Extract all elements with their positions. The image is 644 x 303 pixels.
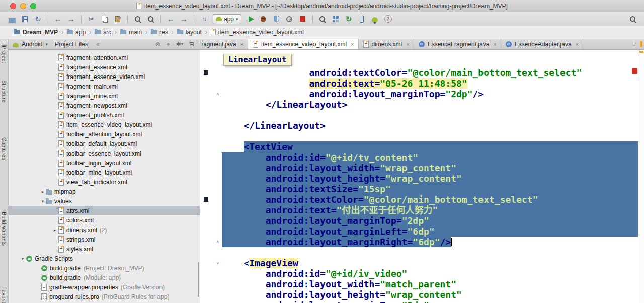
fold-marker-icon[interactable]: ∨ <box>215 260 221 266</box>
tree-item[interactable]: fragment_essence_video.xml <box>9 72 200 82</box>
panel-scrollbar[interactable] <box>198 262 199 297</box>
code-line[interactable]: <TextView <box>222 141 638 152</box>
fold-marker-icon[interactable]: ∧ <box>215 91 221 97</box>
breadcrumb-item[interactable]: main <box>119 29 143 36</box>
project-structure-icon[interactable] <box>330 14 342 25</box>
tool-window-button-captures[interactable]: Captures <box>1 137 7 160</box>
tool-window-button-favorites[interactable]: Favorites <box>1 286 7 303</box>
close-window-button[interactable] <box>10 3 16 9</box>
hide-panel-icon[interactable]: ⊟ <box>188 41 196 48</box>
cut-icon[interactable]: ✂ <box>86 14 97 25</box>
zoom-window-button[interactable] <box>30 3 36 9</box>
editor-tab[interactable]: item_essence_video_layout.xml× <box>248 39 359 49</box>
collapse-all-icon[interactable]: « <box>96 41 100 48</box>
code-line[interactable]: </LinearLayout> <box>222 99 638 110</box>
settings-gear-icon[interactable]: ✱▾ <box>175 41 185 48</box>
fold-marker-icon[interactable]: ∧ <box>215 239 221 245</box>
code-line[interactable]: android:id="@+id/iv_video" <box>222 268 638 279</box>
help-icon[interactable]: ? <box>382 14 394 25</box>
tree-item[interactable]: styles.xml <box>9 244 200 254</box>
code-line[interactable]: android:layout_height="wrap_content" <box>222 173 638 184</box>
breadcrumb-item[interactable]: layout <box>176 29 203 36</box>
minimize-window-button[interactable] <box>20 3 26 9</box>
run-config-selector[interactable]: app▾ <box>213 14 242 24</box>
tree-item[interactable]: ▸dimens.xml(2) <box>9 225 200 235</box>
editor-tab[interactable]: CEssenceFragment.java× <box>414 39 501 49</box>
tree-item[interactable]: colors.xml <box>9 215 200 225</box>
nav-forward-icon[interactable]: → <box>178 14 190 25</box>
search-everywhere-icon[interactable] <box>629 15 637 23</box>
breadcrumb-item[interactable]: app <box>66 29 87 36</box>
code-line[interactable]: android:layout_marginTop="2dp" <box>222 300 638 303</box>
tree-item[interactable]: fragment_essence.xml <box>9 62 200 72</box>
code-line[interactable]: android:layout_width="wrap_content" <box>222 163 638 173</box>
code-line[interactable]: </LinearLayout> <box>222 120 638 131</box>
close-tab-icon[interactable]: × <box>576 41 579 47</box>
tree-item[interactable]: build.gradle(Project: Dream_MVP) <box>9 263 200 273</box>
close-tab-icon[interactable]: × <box>493 41 496 47</box>
tool-window-button-project[interactable]: Project <box>1 46 7 63</box>
gradle-sync-icon[interactable]: ↻ <box>343 14 355 25</box>
project-view-selector[interactable]: Android <box>22 41 42 48</box>
sync-icon[interactable]: ↻ <box>32 14 44 25</box>
editor-tab[interactable]: CFragment.java× <box>200 39 248 49</box>
tree-item[interactable]: fragment_attention.xml <box>9 53 200 62</box>
tree-item[interactable]: toolbar_mine_layout.xml <box>9 168 200 177</box>
tree-item[interactable]: strings.xml <box>9 235 200 244</box>
tree-item[interactable]: fragment_main.xml <box>9 82 200 91</box>
close-panel-icon[interactable]: ⊗ <box>154 41 162 48</box>
editor-tab[interactable]: dimens.xml× <box>359 39 414 49</box>
replace-icon[interactable] <box>145 14 156 25</box>
tree-item[interactable]: ▸mipmap <box>9 187 200 196</box>
nav-back-icon[interactable]: ← <box>165 14 177 25</box>
code-line[interactable]: android:layout_marginRight="6dp"/> <box>222 237 638 247</box>
warning-stripe-mark[interactable] <box>639 51 643 53</box>
tab-project-files[interactable]: Project Files <box>55 41 88 48</box>
code-line[interactable] <box>222 110 638 120</box>
code-line[interactable]: android:layout_marginLeft="6dp" <box>222 226 638 237</box>
close-tab-icon[interactable]: × <box>351 41 354 47</box>
undo-icon[interactable]: ← <box>52 14 64 25</box>
save-all-icon[interactable] <box>19 14 31 25</box>
code-line[interactable] <box>222 131 638 141</box>
close-tab-icon[interactable]: × <box>406 41 409 47</box>
search-structurally-icon[interactable] <box>317 14 329 25</box>
tree-item[interactable]: fragment_mine.xml <box>9 91 200 101</box>
tree-item[interactable]: build.gradle(Module: app) <box>9 273 200 282</box>
color-swatch[interactable] <box>204 197 208 202</box>
debug-icon[interactable] <box>258 14 269 25</box>
tree-item[interactable]: ▾values <box>9 196 200 206</box>
open-project-icon[interactable] <box>6 14 18 25</box>
code-line[interactable]: android:textColor="@color/main_bottom_te… <box>222 194 638 205</box>
error-stripe[interactable] <box>638 50 644 303</box>
breadcrumb-item[interactable]: src <box>94 29 112 36</box>
editor-tab[interactable]: CEssenceAdapter.java× <box>501 39 583 49</box>
coverage-icon[interactable] <box>271 14 282 25</box>
code-line[interactable]: android:textSize="15sp" <box>222 184 638 194</box>
tree-item[interactable]: ▾Gradle Scripts <box>9 254 200 263</box>
code-line[interactable]: android:textColor="@color/main_bottom_te… <box>222 67 638 78</box>
tool-window-button-structure[interactable]: Structure <box>1 80 7 103</box>
code-line[interactable]: android:layout_width="match_parent" <box>222 279 638 289</box>
sdk-manager-icon[interactable] <box>369 14 381 25</box>
find-icon[interactable] <box>132 14 143 25</box>
code-line[interactable]: android:layout_marginTop="2dp"/> <box>222 89 638 99</box>
tree-item[interactable]: proguard-rules.pro(ProGuard Rules for ap… <box>9 292 200 301</box>
close-tab-icon[interactable]: × <box>240 41 244 47</box>
code-line[interactable] <box>222 247 638 258</box>
redo-icon[interactable]: → <box>65 14 77 25</box>
tree-item[interactable]: toolbar_default_layout.xml <box>9 139 200 148</box>
breadcrumb-item[interactable]: item_essence_video_layout.xml <box>210 29 305 36</box>
run-icon[interactable] <box>245 14 256 25</box>
tree-item[interactable]: gradle-wrapper.properties(Gradle Version… <box>9 282 200 292</box>
tree-item[interactable]: fragment_newpost.xml <box>9 101 200 110</box>
locate-icon[interactable]: ⌖ <box>165 41 172 48</box>
code-line[interactable]: android:text="付出不亚于任何人努力" <box>222 205 638 215</box>
tree-item[interactable]: item_essence_video_layout.xml <box>9 120 200 129</box>
tree-item[interactable]: view_tab_indicator.xml <box>9 177 200 187</box>
paste-icon[interactable] <box>112 14 123 25</box>
update-project-icon[interactable]: ↑↓ <box>198 14 210 25</box>
tree-item[interactable]: attrs.xml <box>9 206 200 215</box>
window-menu-icon[interactable] <box>2 41 7 46</box>
tree-item[interactable]: toolbar_login_layout.xml <box>9 158 200 168</box>
